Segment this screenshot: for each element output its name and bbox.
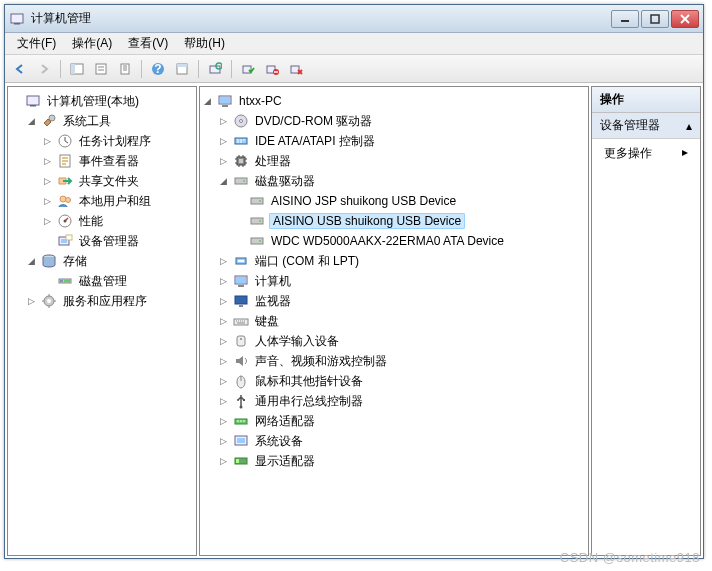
expand-icon[interactable]: ▷ xyxy=(26,296,37,307)
node-performance[interactable]: ▷性能 xyxy=(8,211,196,231)
node-cpu[interactable]: ▷处理器 xyxy=(200,151,588,171)
node-usb[interactable]: ▷通用串行总线控制器 xyxy=(200,391,588,411)
expand-icon[interactable]: ▷ xyxy=(218,256,229,267)
node-hid[interactable]: ▷人体学输入设备 xyxy=(200,331,588,351)
node-monitors[interactable]: ▷监视器 xyxy=(200,291,588,311)
tree-label: 存储 xyxy=(61,252,89,271)
node-root[interactable]: 计算机管理(本地) xyxy=(8,91,196,111)
minimize-button[interactable] xyxy=(611,10,639,28)
node-network[interactable]: ▷网络适配器 xyxy=(200,411,588,431)
maximize-button[interactable] xyxy=(641,10,669,28)
menu-action[interactable]: 操作(A) xyxy=(64,33,120,54)
expand-icon[interactable]: ▷ xyxy=(218,456,229,467)
expand-icon[interactable]: ◢ xyxy=(26,116,37,127)
node-task-scheduler[interactable]: ▷任务计划程序 xyxy=(8,131,196,151)
svg-rect-77 xyxy=(236,459,239,463)
storage-icon xyxy=(41,253,57,269)
tree-label: 系统工具 xyxy=(61,112,113,131)
actions-header: 操作 xyxy=(592,87,700,113)
node-disk-1[interactable]: AISINO JSP shuikong USB Device xyxy=(200,191,588,211)
svg-rect-45 xyxy=(222,105,228,107)
node-dvd[interactable]: ▷DVD/CD-ROM 驱动器 xyxy=(200,111,588,131)
forward-button[interactable] xyxy=(33,58,55,80)
node-storage[interactable]: ◢存储 xyxy=(8,251,196,271)
node-device-manager[interactable]: 设备管理器 xyxy=(8,231,196,251)
node-ports[interactable]: ▷端口 (COM 和 LPT) xyxy=(200,251,588,271)
node-computer[interactable]: ▷计算机 xyxy=(200,271,588,291)
actions-section[interactable]: 设备管理器 ▴ xyxy=(592,113,700,139)
node-ide[interactable]: ▷IDE ATA/ATAPI 控制器 xyxy=(200,131,588,151)
node-services-apps[interactable]: ▷服务和应用程序 xyxy=(8,291,196,311)
collapse-icon: ▴ xyxy=(686,119,692,133)
expand-icon[interactable]: ▷ xyxy=(218,296,229,307)
titlebar[interactable]: 计算机管理 xyxy=(5,5,703,33)
expand-icon[interactable]: ▷ xyxy=(42,176,53,187)
scan-hardware-button[interactable] xyxy=(204,58,226,80)
expand-icon[interactable]: ◢ xyxy=(26,256,37,267)
properties-button[interactable] xyxy=(90,58,112,80)
svg-text:?: ? xyxy=(154,62,161,76)
node-disk-management[interactable]: 磁盘管理 xyxy=(8,271,196,291)
expand-icon[interactable]: ▷ xyxy=(218,156,229,167)
node-pc[interactable]: ◢htxx-PC xyxy=(200,91,588,111)
node-display[interactable]: ▷显示适配器 xyxy=(200,451,588,471)
svg-rect-39 xyxy=(60,280,63,282)
menu-help[interactable]: 帮助(H) xyxy=(176,33,233,54)
expand-icon[interactable]: ▷ xyxy=(42,216,53,227)
svg-rect-64 xyxy=(239,305,243,307)
expand-icon[interactable]: ▷ xyxy=(218,376,229,387)
menu-file[interactable]: 文件(F) xyxy=(9,33,64,54)
show-hide-tree-button[interactable] xyxy=(66,58,88,80)
node-local-users[interactable]: ▷本地用户和组 xyxy=(8,191,196,211)
devmgr-icon xyxy=(57,233,73,249)
node-disk-3[interactable]: WDC WD5000AAKX-22ERMA0 ATA Device xyxy=(200,231,588,251)
expand-icon[interactable]: ▷ xyxy=(42,196,53,207)
node-shared-folders[interactable]: ▷共享文件夹 xyxy=(8,171,196,191)
enable-button[interactable] xyxy=(237,58,259,80)
expand-icon[interactable]: ▷ xyxy=(218,276,229,287)
back-button[interactable] xyxy=(9,58,31,80)
menu-view[interactable]: 查看(V) xyxy=(120,33,176,54)
expand-icon[interactable]: ▷ xyxy=(218,336,229,347)
expand-icon[interactable]: ▷ xyxy=(218,436,229,447)
svg-point-33 xyxy=(64,220,67,223)
svg-rect-40 xyxy=(64,280,70,282)
expand-icon[interactable]: ▷ xyxy=(42,156,53,167)
expand-icon[interactable]: ▷ xyxy=(218,356,229,367)
tree-label: 共享文件夹 xyxy=(77,172,141,191)
close-button[interactable] xyxy=(671,10,699,28)
svg-rect-51 xyxy=(235,178,247,184)
expand-icon[interactable]: ▷ xyxy=(218,416,229,427)
expand-icon[interactable]: ▷ xyxy=(42,136,53,147)
expand-icon[interactable]: ▷ xyxy=(218,116,229,127)
tree-label: htxx-PC xyxy=(237,93,284,109)
expand-icon[interactable]: ▷ xyxy=(218,136,229,147)
expand-icon[interactable]: ◢ xyxy=(218,176,229,187)
tree-label: 磁盘驱动器 xyxy=(253,172,317,191)
expand-icon[interactable]: ▷ xyxy=(218,396,229,407)
svg-rect-55 xyxy=(251,218,263,224)
node-sound[interactable]: ▷声音、视频和游戏控制器 xyxy=(200,351,588,371)
export-button[interactable] xyxy=(114,58,136,80)
uninstall-button[interactable] xyxy=(285,58,307,80)
node-event-viewer[interactable]: ▷事件查看器 xyxy=(8,151,196,171)
node-disk-drives[interactable]: ◢磁盘驱动器 xyxy=(200,171,588,191)
node-system-tools[interactable]: ◢系统工具 xyxy=(8,111,196,131)
node-keyboards[interactable]: ▷键盘 xyxy=(200,311,588,331)
expand-icon[interactable]: ◢ xyxy=(202,96,213,107)
svg-point-54 xyxy=(259,200,261,202)
view-mode-button[interactable] xyxy=(171,58,193,80)
device-tree-panel: ◢htxx-PC▷DVD/CD-ROM 驱动器▷IDE ATA/ATAPI 控制… xyxy=(199,86,589,556)
expand-icon[interactable]: ▷ xyxy=(218,316,229,327)
node-disk-2[interactable]: AISINO USB shuikong USB Device xyxy=(200,211,588,231)
disable-button[interactable] xyxy=(261,58,283,80)
node-mice[interactable]: ▷鼠标和其他指针设备 xyxy=(200,371,588,391)
ports-icon xyxy=(233,253,249,269)
svg-rect-65 xyxy=(234,319,248,325)
help-button[interactable]: ? xyxy=(147,58,169,80)
more-actions[interactable]: 更多操作 ▸ xyxy=(592,139,700,168)
node-system[interactable]: ▷系统设备 xyxy=(200,431,588,451)
separator xyxy=(60,60,61,78)
tree-label: 声音、视频和游戏控制器 xyxy=(253,352,389,371)
diskmgmt-icon xyxy=(57,273,73,289)
